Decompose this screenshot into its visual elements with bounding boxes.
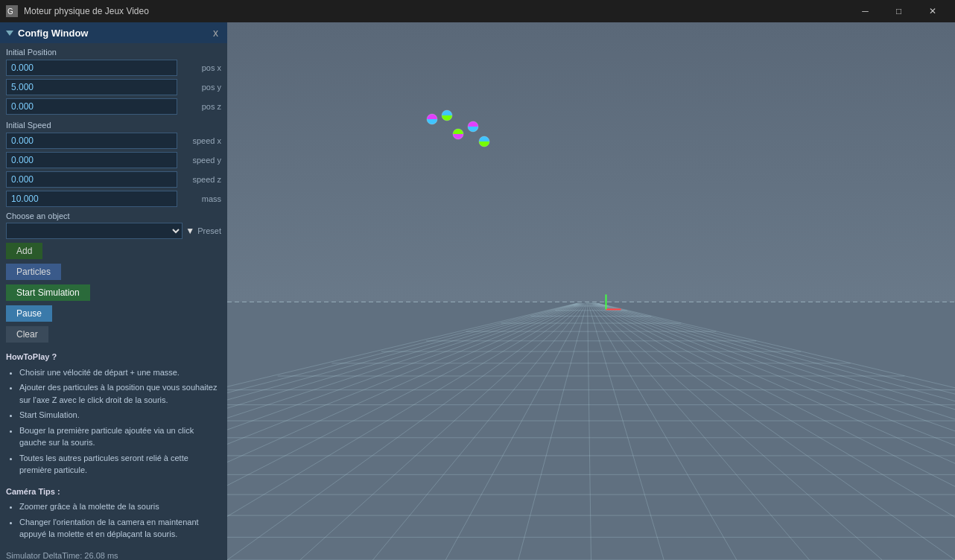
add-button[interactable]: Add	[6, 243, 42, 259]
speed-x-label: speed x	[180, 136, 221, 145]
minimize-button[interactable]: ─	[848, 0, 882, 22]
preset-label: Preset	[197, 226, 221, 235]
mass-label: mass	[180, 194, 221, 203]
particles-button[interactable]: Particles	[6, 264, 61, 280]
speed-y-input[interactable]: 0.000	[6, 152, 177, 168]
speed-y-row: 0.000 speed y	[0, 150, 227, 170]
pos-y-label: pos y	[180, 83, 221, 92]
pos-z-label: pos z	[180, 102, 221, 111]
initial-position-label: Initial Position	[0, 43, 227, 58]
svg-text:G: G	[7, 7, 13, 16]
close-config-button[interactable]: x	[210, 27, 221, 39]
speed-x-input[interactable]: 0.000	[6, 133, 177, 149]
clear-button[interactable]: Clear	[6, 326, 48, 343]
window-title: Moteur physique de Jeux Video	[24, 6, 848, 16]
pos-x-row: 0.000 pos x	[0, 58, 227, 77]
deltatime-label: Simulator DeltaTime:	[6, 551, 82, 560]
speed-x-row: 0.000 speed x	[0, 131, 227, 150]
config-header: Config Window x	[0, 22, 227, 43]
choose-object-label: Choose an object	[6, 211, 221, 220]
howto-item-4: Bouger la première particule ajoutée via…	[19, 424, 221, 449]
camera-tip-2: Changer l'orientation de la camera en ma…	[19, 516, 221, 541]
deltatime-value: 26.08 ms	[84, 551, 118, 560]
deltatime-display: Simulator DeltaTime: 26.08 ms	[0, 547, 227, 561]
pos-z-row: 0.000 pos z	[0, 97, 227, 116]
camera-tip-1: Zoomer grâce à la molette de la souris	[19, 500, 221, 513]
speed-y-label: speed y	[180, 156, 221, 165]
add-btn-row: Add	[0, 241, 227, 261]
mass-row: 10.000 mass	[0, 189, 227, 209]
preset-dropdown-icon: ▼	[185, 226, 194, 236]
howto-item-2: Ajouter des particules à la position que…	[19, 381, 221, 406]
camera-tips-title: Caméra Tips :	[6, 486, 221, 498]
title-bar: G Moteur physique de Jeux Video ─ □ ✕	[0, 0, 955, 22]
pos-y-input[interactable]: 5.000	[6, 79, 177, 95]
collapse-triangle-icon	[6, 31, 13, 36]
3d-viewport[interactable]	[227, 22, 955, 560]
particles-btn-row: Particles	[0, 261, 227, 282]
howto-item-5: Toutes les autres particules seront reli…	[19, 452, 221, 477]
config-header-left: Config Window	[6, 28, 88, 39]
window-controls: ─ □ ✕	[848, 0, 949, 22]
start-btn-row: Start Simulation	[0, 282, 227, 303]
maximize-button[interactable]: □	[882, 0, 916, 22]
pos-y-row: 5.000 pos y	[0, 77, 227, 97]
grid-canvas	[227, 22, 955, 560]
howto-item-3: Start Simulation.	[19, 409, 221, 421]
object-select[interactable]	[6, 223, 183, 239]
howto-title: HowToPlay ?	[6, 351, 221, 363]
initial-speed-label: Initial Speed	[0, 116, 227, 131]
speed-z-row: 0.000 speed z	[0, 170, 227, 189]
pause-button[interactable]: Pause	[6, 305, 52, 322]
camera-tips-list: Zoomer grâce à la molette de la souris C…	[6, 500, 221, 541]
main-layout: Config Window x Initial Position 0.000 p…	[0, 22, 955, 560]
clear-btn-row: Clear	[0, 324, 227, 345]
close-window-button[interactable]: ✕	[916, 0, 949, 22]
start-simulation-button[interactable]: Start Simulation	[6, 284, 90, 301]
choose-object-section: Choose an object ▼ Preset	[0, 209, 227, 241]
object-select-wrap: ▼ Preset	[6, 223, 221, 239]
howto-section: HowToPlay ? Choisir une vélocité de dépa…	[0, 345, 227, 483]
howto-list: Choisir une vélocité de départ + une mas…	[6, 366, 221, 477]
camera-tips-section: Caméra Tips : Zoomer grâce à la molette …	[0, 483, 227, 547]
speed-z-input[interactable]: 0.000	[6, 171, 177, 188]
speed-z-label: speed z	[180, 175, 221, 184]
howto-item-1: Choisir une vélocité de départ + une mas…	[19, 366, 221, 379]
config-title: Config Window	[18, 28, 88, 39]
mass-input[interactable]: 10.000	[6, 191, 177, 207]
pos-z-input[interactable]: 0.000	[6, 98, 177, 115]
pause-btn-row: Pause	[0, 303, 227, 324]
app-icon: G	[6, 5, 18, 17]
config-panel: Config Window x Initial Position 0.000 p…	[0, 22, 227, 560]
pos-x-label: pos x	[180, 63, 221, 72]
pos-x-input[interactable]: 0.000	[6, 60, 177, 76]
